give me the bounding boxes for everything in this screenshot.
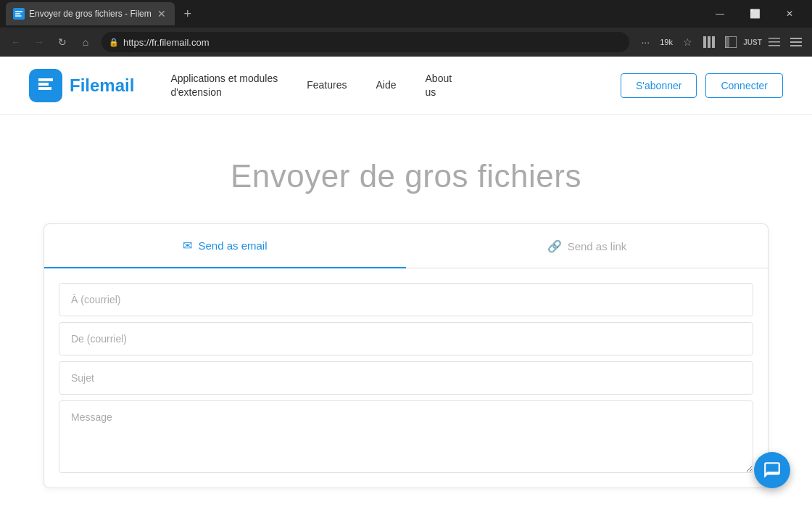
email-tab-icon: ✉ <box>183 239 192 252</box>
form-tabs: ✉ Send as email 🔗 Send as link <box>44 224 768 268</box>
close-button[interactable]: ✕ <box>773 2 806 25</box>
website-content: Filemail Applications et modulesd'extens… <box>0 57 812 510</box>
tab-send-email[interactable]: ✉ Send as email <box>44 224 406 268</box>
svg-rect-13 <box>790 45 802 46</box>
badge: 19k <box>657 38 676 46</box>
svg-rect-0 <box>15 11 23 12</box>
svg-rect-3 <box>703 36 706 48</box>
nav-links: Applications et modulesd'extension Featu… <box>156 72 621 98</box>
tab-title: Envoyer de gros fichiers - Filem <box>29 9 152 19</box>
star-button[interactable]: ☆ <box>677 32 697 52</box>
new-tab-button[interactable]: + <box>178 4 198 24</box>
from-field[interactable] <box>59 322 753 355</box>
tab-close-button[interactable]: ✕ <box>156 8 167 20</box>
svg-rect-5 <box>712 36 715 48</box>
toolbar-icons: ··· 19k ☆ JUST <box>635 32 806 52</box>
site-nav: Filemail Applications et modulesd'extens… <box>0 57 812 115</box>
message-field[interactable] <box>59 400 753 473</box>
just-button[interactable]: JUST <box>742 32 763 52</box>
nav-link-applications-label: Applications et modulesd'extension <box>170 73 278 97</box>
browser-chrome: Envoyer de gros fichiers - Filem ✕ + — ⬜… <box>0 0 812 57</box>
logo-icon <box>29 69 62 102</box>
home-button[interactable]: ⌂ <box>75 32 96 52</box>
svg-rect-8 <box>768 38 780 39</box>
nav-link-applications[interactable]: Applications et modulesd'extension <box>156 72 292 98</box>
connect-button[interactable]: Connecter <box>705 73 783 98</box>
back-button[interactable]: ← <box>6 32 26 52</box>
address-bar[interactable]: 🔒 https://fr.filemail.com <box>102 32 629 52</box>
minimize-button[interactable]: — <box>703 2 737 25</box>
chat-bubble-button[interactable] <box>754 452 790 488</box>
browser-toolbar: ← → ↻ ⌂ 🔒 https://fr.filemail.com ··· 19… <box>0 28 812 57</box>
nav-buttons: S'abonner Connecter <box>621 73 783 98</box>
hero-title: Envoyer de gros fichiers <box>29 158 783 194</box>
svg-rect-4 <box>708 36 710 48</box>
window-controls: — ⬜ ✕ <box>703 2 806 25</box>
lock-icon: 🔒 <box>109 38 119 47</box>
form-card: ✉ Send as email 🔗 Send as link <box>44 223 768 488</box>
active-tab[interactable]: Envoyer de gros fichiers - Filem ✕ <box>6 2 175 25</box>
tab-send-link-label: Send as link <box>568 240 627 252</box>
library-button[interactable] <box>699 32 719 52</box>
tab-send-email-label: Send as email <box>198 239 267 252</box>
menu-button[interactable] <box>786 32 806 52</box>
logo-text: Filemail <box>70 75 134 96</box>
nav-link-features[interactable]: Features <box>292 78 361 93</box>
forward-button[interactable]: → <box>29 32 49 52</box>
nav-link-about-label: Aboutus <box>426 73 452 97</box>
more-tools-button[interactable] <box>764 32 784 52</box>
logo[interactable]: Filemail <box>29 69 134 102</box>
svg-rect-2 <box>15 15 22 17</box>
url-display: https://fr.filemail.com <box>123 37 622 48</box>
svg-rect-9 <box>768 41 780 43</box>
svg-rect-12 <box>790 41 802 43</box>
svg-rect-7 <box>725 36 729 48</box>
chat-bubble-icon <box>763 461 782 480</box>
tab-favicon <box>13 8 25 20</box>
nav-link-about[interactable]: Aboutus <box>411 72 467 98</box>
subject-field[interactable] <box>59 361 753 395</box>
svg-rect-1 <box>15 13 21 15</box>
maximize-button[interactable]: ⬜ <box>738 2 771 25</box>
tab-bar: Envoyer de gros fichiers - Filem ✕ + — ⬜… <box>0 0 812 28</box>
tab-send-link[interactable]: 🔗 Send as link <box>406 225 768 268</box>
nav-link-aide[interactable]: Aide <box>362 78 411 93</box>
to-field[interactable] <box>59 283 753 316</box>
svg-rect-10 <box>768 45 780 46</box>
svg-rect-11 <box>790 38 802 39</box>
hero-section: Envoyer de gros fichiers <box>0 115 812 223</box>
form-body <box>44 268 768 488</box>
refresh-button[interactable]: ↻ <box>52 32 72 52</box>
link-tab-icon: 🔗 <box>547 239 562 253</box>
subscribe-button[interactable]: S'abonner <box>621 73 697 98</box>
sidebar-button[interactable] <box>721 32 741 52</box>
more-button[interactable]: ··· <box>635 32 655 52</box>
